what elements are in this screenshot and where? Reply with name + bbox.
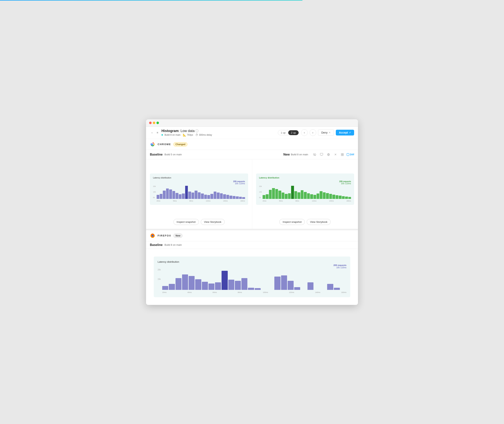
new-bar-1: [266, 194, 268, 199]
new-tag: New: [283, 153, 290, 156]
new-bar-6: [282, 193, 284, 199]
new-inspect-snapshot-button[interactable]: Inspect snapshot: [279, 219, 305, 225]
firefox-bar-1: [169, 284, 175, 290]
grid-icon[interactable]: [340, 152, 345, 157]
baseline-bar-13: [198, 192, 201, 199]
new-bar-20: [326, 193, 329, 199]
new-y-axis: 20k15k5k: [259, 185, 262, 199]
view-1up-button[interactable]: 1 up: [278, 130, 288, 135]
baseline-bar-5: [172, 191, 175, 199]
globe-icon[interactable]: [326, 152, 331, 157]
baseline-view-storybook-button[interactable]: View Storybook: [201, 219, 225, 225]
svg-rect-7: [343, 155, 344, 156]
firefox-bar-26: [334, 288, 340, 290]
firefox-baseline-build: Build 8 on main: [165, 243, 182, 246]
firefox-bar-13: [248, 288, 254, 290]
eye-off-icon[interactable]: [312, 152, 317, 157]
view-2up-button[interactable]: 2 up: [288, 130, 298, 135]
baseline-y-axis: 20k15k5k: [153, 185, 156, 199]
new-bar-27: [348, 197, 351, 199]
comment-icon[interactable]: [319, 152, 324, 157]
story-info: Histogram : Low data i Build 8 on main 📐…: [161, 129, 212, 137]
firefox-bar-17: [274, 277, 280, 290]
new-build-group: New Build 8 on main: [283, 153, 308, 156]
svg-rect-4: [341, 153, 342, 154]
header-left: ‹ ≡ Histogram : Low data i Build 8 on ma…: [150, 129, 212, 137]
build-status-dot: [161, 134, 163, 136]
view-toggle: 1 up 2 up: [278, 130, 299, 135]
accept-button[interactable]: Accept ✓: [336, 130, 354, 136]
firefox-bar-10: [228, 280, 234, 290]
build-info: Build 8 on main: [161, 134, 180, 136]
next-button[interactable]: ›: [310, 129, 316, 136]
baseline-bar-18: [214, 192, 216, 199]
new-bar-3: [272, 188, 275, 199]
new-snapshot-buttons: Inspect snapshot View Storybook: [279, 219, 331, 225]
chrome-status-badge: Changed: [173, 142, 187, 146]
new-bar-23: [336, 195, 338, 199]
svg-point-12: [152, 235, 154, 237]
firefox-status-badge: New: [173, 234, 182, 238]
firefox-bar-3: [182, 274, 188, 290]
firefox-section: FIREFOX New Baseline Build 8 on main Lat…: [146, 229, 358, 305]
build-label: Build 8 on main: [165, 134, 180, 136]
baseline-bar-10: [188, 192, 191, 199]
minimize-window-button[interactable]: [153, 122, 155, 124]
story-subtitle: : Low data: [178, 129, 195, 133]
prev-button[interactable]: ‹: [301, 129, 308, 136]
new-bar-0: [263, 195, 265, 199]
size-label: 764px: [187, 134, 193, 136]
firefox-chart-bars: 20ms40ms60ms80ms100ms120ms140ms160ms: [162, 269, 346, 293]
new-bar-24: [339, 196, 341, 199]
baseline-bar-24: [233, 196, 235, 199]
menu-button[interactable]: ≡: [155, 131, 160, 135]
firefox-chart-highlight: 209 requests 105–110ms: [158, 264, 346, 269]
baseline-chart-title: Latency distribution: [153, 176, 245, 179]
new-chart-content: 20k15k5k 20ms50ms80ms110ms140ms160ms: [259, 185, 351, 202]
new-bar-22: [332, 195, 335, 199]
title-bar: [146, 119, 358, 127]
firefox-bar-11: [235, 281, 241, 290]
new-bar-11: [297, 192, 300, 199]
back-button[interactable]: ‹: [150, 131, 154, 135]
firefox-big-chart: Latency distribution 209 requests 105–11…: [154, 256, 350, 297]
baseline-bar-22: [226, 195, 229, 199]
comparison-header: Baseline Build 5 on main New Build 8 on …: [146, 150, 358, 159]
x-icon[interactable]: ✕: [333, 152, 338, 157]
firefox-baseline-info: Baseline Build 8 on main: [150, 243, 182, 247]
delay-info: ⏱ 300ms delay: [195, 133, 212, 137]
size-info: 📐 764px: [183, 133, 193, 137]
baseline-bar-21: [223, 194, 226, 199]
new-view-storybook-button[interactable]: View Storybook: [307, 219, 331, 225]
info-icon[interactable]: i: [195, 129, 198, 132]
new-chart-title: Latency distribution: [259, 176, 351, 179]
firefox-x-axis: 20ms40ms60ms80ms100ms120ms140ms160ms: [162, 291, 346, 293]
baseline-bar-1: [160, 194, 162, 199]
baseline-bar-25: [236, 196, 239, 199]
svg-rect-5: [343, 153, 344, 154]
firefox-bar-2: [176, 278, 181, 290]
baseline-inspect-snapshot-button[interactable]: Inspect snapshot: [173, 219, 199, 225]
diff-button[interactable]: Diff: [347, 153, 354, 156]
new-snapshot-panel: Latency distribution 209 requests 105–11…: [252, 159, 358, 229]
new-bar-12: [301, 190, 303, 199]
header-controls: 1 up 2 up ‹ › Deny ✕ Accept ✓: [278, 129, 354, 136]
baseline-chart-highlight: 209 requests 105–110ms: [153, 181, 245, 185]
baseline-build: Build 5 on main: [165, 153, 182, 156]
baseline-x-axis: 20ms50ms80ms110ms140ms160ms: [157, 200, 245, 202]
baseline-bar-16: [207, 195, 210, 199]
new-bar-5: [278, 191, 281, 199]
firefox-chart-title: Latency distribution: [158, 260, 346, 263]
accept-check-icon: ✓: [349, 131, 351, 134]
maximize-window-button[interactable]: [156, 122, 159, 124]
baseline-bar-4: [169, 189, 172, 199]
baseline-chart-content: 20k15k5k 20ms50ms80ms110ms140ms160ms: [153, 185, 245, 202]
baseline-chart-bars: 20ms50ms80ms110ms140ms160ms: [157, 185, 245, 202]
baseline-bar-3: [166, 188, 169, 199]
baseline-bar-27: [242, 197, 245, 199]
firefox-bar-12: [241, 278, 247, 290]
deny-button[interactable]: Deny ✕: [318, 130, 334, 136]
close-window-button[interactable]: [149, 122, 152, 124]
svg-point-2: [152, 143, 153, 145]
deny-label: Deny: [321, 131, 328, 134]
